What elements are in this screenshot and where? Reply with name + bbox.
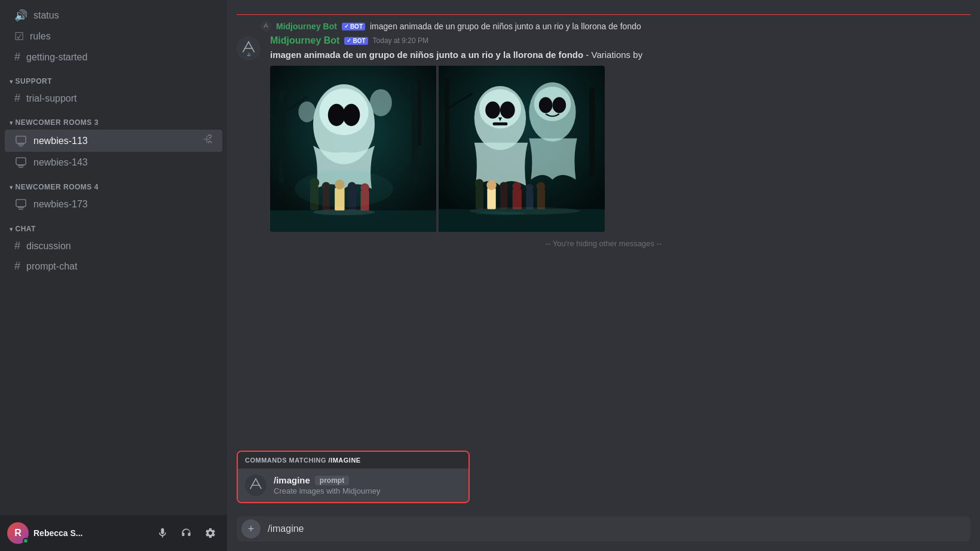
section-newcomer-4[interactable]: ▾ NEWCOMER ROOMS 4 [0,173,227,194]
user-panel: R Rebecca S... [0,515,227,551]
chat-input-wrapper: + [237,516,970,541]
add-attachment-button[interactable]: + [241,519,261,538]
section-newcomer-3[interactable]: ▾ NEWCOMER ROOMS 3 [0,109,227,129]
svg-point-24 [342,104,360,126]
svg-rect-63 [537,189,545,210]
svg-point-62 [526,184,533,191]
message-body: Midjourney Bot ✓ BOT Today at 9:20 PM im… [270,35,970,232]
message-bold-text: imagen animada de un grupo de niños junt… [270,50,583,60]
channel-item-trial-support[interactable]: # trial-support [5,88,222,108]
bot-badge: ✓ BOT [344,37,368,45]
channel-item-rules[interactable]: ☑ rules [5,26,222,47]
message-group: ⚓ Midjourney Bot ✓ BOT Today at 9:20 PM … [227,33,980,234]
message-header: Midjourney Bot ✓ BOT Today at 9:20 PM [270,35,970,46]
hash-icon: # [14,51,20,63]
svg-point-67 [476,212,525,215]
svg-point-23 [328,104,345,126]
hidden-messages-label: -- You're hiding other messages -- [227,234,980,253]
svg-rect-18 [418,72,421,146]
chat-input-field[interactable] [265,519,966,539]
autocomplete-item-info: /imagine prompt Create images with Midjo… [274,475,461,495]
compact-message-text: imagen animada de un grupo de niños junt… [370,22,641,31]
sidebar: 🔊 status ☑ rules # getting-started ▾ SUP… [0,0,227,551]
unread-line [237,14,970,15]
avatar: R [7,522,29,544]
chat-input-area: COMMANDS MATCHING /imagine /imagine prom… [227,512,980,551]
svg-point-26 [298,102,316,123]
svg-rect-41 [445,78,449,183]
footer-controls [153,524,220,543]
bot-badge-small: ✓ BOT [342,23,365,30]
message-author: Midjourney Bot [270,35,339,46]
svg-point-38 [313,209,375,215]
hash-icon-4: # [14,260,20,273]
svg-rect-17 [412,84,418,183]
svg-point-39 [295,170,393,207]
svg-point-46 [485,102,500,119]
svg-rect-16 [279,90,284,182]
svg-text:⚓: ⚓ [247,52,251,57]
svg-point-58 [500,182,508,191]
svg-rect-61 [526,190,533,210]
chevron-icon: ▾ [10,78,13,85]
message-time: Today at 9:20 PM [373,36,428,45]
channel-item-newbies-113[interactable]: newbies-113 [5,130,222,152]
settings-button[interactable] [201,524,220,543]
message-text: imagen animada de un grupo de niños junt… [270,48,970,61]
forum-icon [14,134,27,148]
speaker-icon: 🔊 [14,9,27,22]
autocomplete-popup: COMMANDS MATCHING /imagine /imagine prom… [237,451,470,503]
svg-point-25 [370,89,392,116]
autocomplete-cmd-name: /imagine prompt [274,475,461,485]
bot-avatar-large: ⚓ [237,36,261,60]
channel-item-newbies-173[interactable]: newbies-173 [5,194,222,215]
svg-point-60 [513,182,521,191]
headphone-button[interactable] [177,524,196,543]
compact-author: Midjourney Bot [276,22,337,31]
channel-item-prompt-chat[interactable]: # prompt-chat [5,256,222,276]
channel-item-discussion[interactable]: # discussion [5,236,222,256]
cmd-arg-badge: prompt [315,476,349,485]
channel-item-newbies-143[interactable]: newbies-143 [5,152,222,173]
svg-rect-48 [493,123,508,125]
image-grid [270,66,605,232]
chevron-icon-4: ▾ [10,226,13,232]
check-square-icon: ☑ [14,30,24,43]
message-suffix-text: - Variations by [583,50,642,60]
autocomplete-bot-avatar [245,475,267,496]
autocomplete-cmd-desc: Create images with Midjourney [274,486,461,495]
channel-list: 🔊 status ☑ rules # getting-started ▾ SUP… [0,0,227,515]
svg-rect-55 [487,188,495,210]
svg-point-3 [209,136,210,137]
mute-button[interactable] [153,524,172,543]
svg-rect-42 [589,87,595,176]
chevron-icon-3: ▾ [10,184,13,191]
section-chat[interactable]: ▾ CHAT [0,215,227,235]
forum-icon-2 [14,156,27,169]
hash-icon-2: # [14,92,20,105]
chevron-icon-2: ▾ [10,120,13,126]
channel-item-status[interactable]: 🔊 status [5,5,222,26]
generated-image-1[interactable] [270,66,436,232]
compact-bot-badge: ✓ BOT [342,23,365,30]
svg-rect-7 [16,200,26,207]
notification-row: Midjourney Bot ✓ BOT imagen animada de u… [227,20,980,33]
svg-rect-0 [16,136,26,143]
svg-point-54 [475,179,483,187]
svg-rect-59 [513,189,522,210]
svg-point-52 [552,97,566,114]
autocomplete-item-imagine[interactable]: /imagine prompt Create images with Midjo… [238,469,468,502]
messages-area: Midjourney Bot ✓ BOT imagen animada de u… [227,0,980,512]
section-support[interactable]: ▾ SUPPORT [0,68,227,88]
svg-point-64 [537,182,545,191]
svg-rect-57 [500,189,507,210]
autocomplete-header: COMMANDS MATCHING /imagine [238,452,468,469]
generated-image-2[interactable] [439,66,605,232]
svg-point-47 [500,102,515,119]
svg-point-51 [539,97,553,114]
hash-icon-3: # [14,240,20,252]
channel-item-getting-started[interactable]: # getting-started [5,47,222,67]
autocomplete-query: /imagine [329,457,361,464]
add-user-icon[interactable] [201,133,213,148]
svg-rect-53 [476,186,483,209]
